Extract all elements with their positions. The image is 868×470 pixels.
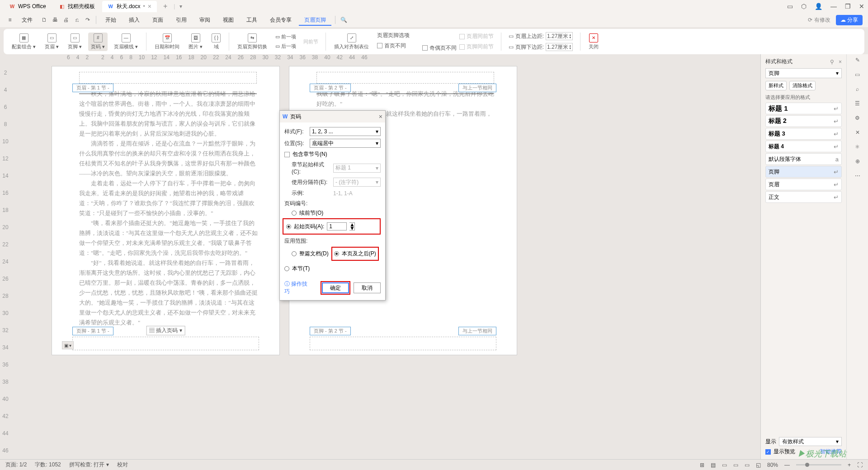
display-select[interactable]: 有效样式▾ bbox=[779, 437, 842, 446]
position-select[interactable]: 底端居中▾ bbox=[310, 139, 381, 148]
template-tab[interactable]: ◧ 找稻壳模板 bbox=[53, 1, 100, 12]
tab-page[interactable]: 页面 bbox=[147, 14, 169, 26]
style-select[interactable]: 1, 2, 3 ...▾ bbox=[310, 127, 381, 136]
hf-options-button[interactable]: 页眉页脚选项 bbox=[375, 31, 458, 40]
header-box[interactable] bbox=[79, 72, 257, 84]
tab-review[interactable]: 审阅 bbox=[194, 14, 216, 26]
range-section-radio[interactable]: 本节(T) bbox=[284, 265, 310, 273]
footer-margin-input[interactable]: 1.27厘米▲▼ bbox=[546, 43, 573, 51]
hamburger-icon[interactable]: ≡ bbox=[5, 15, 14, 24]
word-count[interactable]: 字数: 1052 bbox=[35, 461, 61, 469]
datetime-button[interactable]: 📅日期和时间 bbox=[152, 33, 182, 51]
tab-list-button[interactable]: ▾ bbox=[177, 3, 185, 9]
dialog-close-button[interactable]: × bbox=[379, 113, 382, 120]
tab-vip[interactable]: 会员专享 bbox=[264, 14, 297, 26]
style-item[interactable]: 标题 1↵ bbox=[765, 103, 842, 114]
range-whole-doc-radio[interactable]: 整篇文档(D) bbox=[292, 250, 329, 258]
settings-icon[interactable]: ⚙ bbox=[855, 115, 860, 121]
page-1[interactable]: 页眉 - 第 1 节 - 秋天，落叶满地，冷寂的秋雨肆意地宣泄着它的情绪，用悲凉… bbox=[52, 66, 280, 355]
search-icon[interactable]: 🔍 bbox=[339, 15, 348, 24]
document-tab[interactable]: W 秋天.docx • × bbox=[102, 1, 157, 12]
style-item[interactable]: 页眉↵ bbox=[765, 179, 842, 190]
picture-button[interactable]: 🖼图片 ▾ bbox=[186, 33, 205, 51]
file-menu[interactable]: 文件 bbox=[16, 14, 38, 26]
new-style-button[interactable]: 新样式 bbox=[765, 81, 787, 90]
align-tab-button[interactable]: ⤢插入对齐制表位 bbox=[331, 33, 372, 51]
view-icon-6[interactable]: ◱ bbox=[756, 462, 761, 468]
continue-radio[interactable]: 续前节(O) bbox=[292, 209, 381, 217]
dialog-titlebar[interactable]: W 页码 × bbox=[280, 111, 385, 122]
header-line-button[interactable]: —页眉横线 ▾ bbox=[111, 33, 141, 51]
style-item[interactable]: 标题 4↵ bbox=[765, 141, 842, 152]
footer-box[interactable] bbox=[310, 337, 496, 350]
current-style-select[interactable]: 页脚▾ bbox=[765, 68, 842, 78]
style-item[interactable]: 默认段落字体a bbox=[765, 153, 842, 165]
zoom-out-button[interactable]: — bbox=[784, 462, 790, 468]
zoom-icon[interactable]: ⌕ bbox=[856, 86, 859, 92]
close-panel-icon[interactable]: × bbox=[839, 59, 842, 65]
minimize-button[interactable]: — bbox=[830, 3, 837, 10]
new-window-button[interactable]: ▣ ▾ bbox=[62, 341, 74, 349]
proof-status[interactable]: 校对 bbox=[117, 461, 128, 469]
close-tab-icon[interactable]: × bbox=[148, 3, 151, 10]
print-icon[interactable]: 🖨 bbox=[61, 15, 71, 24]
maximize-button[interactable]: ❐ bbox=[845, 3, 851, 10]
cube-icon[interactable]: ⬡ bbox=[801, 3, 807, 10]
tab-insert[interactable]: 插入 bbox=[123, 14, 145, 26]
zoom-slider[interactable] bbox=[796, 464, 841, 465]
view-icon-2[interactable]: ▤ bbox=[711, 462, 716, 468]
prev-button[interactable]: ▭ 前一项 bbox=[274, 33, 298, 41]
style-item[interactable]: 标题 3↵ bbox=[765, 128, 842, 140]
multiwindow-icon[interactable]: ▭ bbox=[787, 3, 793, 10]
start-at-spinner[interactable]: ▲▼ bbox=[349, 222, 355, 230]
add-tab-button[interactable]: + bbox=[159, 2, 172, 10]
clear-format-button[interactable]: 清除格式 bbox=[789, 81, 816, 90]
view-icon-1[interactable]: ⊞ bbox=[700, 462, 704, 468]
close-window-button[interactable]: ✕ bbox=[859, 3, 864, 10]
start-at-radio[interactable]: 起始页码(A): 1 ▲▼ bbox=[286, 222, 377, 230]
edit-icon[interactable]: ✎ bbox=[855, 57, 860, 63]
changes-badge[interactable]: ⟳ 有修改 bbox=[808, 16, 830, 24]
view-icon-5[interactable]: ▭ bbox=[745, 462, 750, 468]
style-item[interactable]: 页脚↵ bbox=[765, 166, 842, 178]
field-button[interactable]: { }域 bbox=[209, 33, 223, 51]
tab-headerfooter[interactable]: 页眉页脚 bbox=[299, 14, 331, 26]
tab-tools[interactable]: 工具 bbox=[241, 14, 263, 26]
tab-start[interactable]: 开始 bbox=[100, 14, 122, 26]
odd-even-diff-check[interactable]: 奇偶页不同 bbox=[420, 44, 458, 52]
view-icon-3[interactable]: ▭ bbox=[722, 462, 727, 468]
tab-reference[interactable]: 引用 bbox=[170, 14, 192, 26]
share-button[interactable]: ☁ 分享 bbox=[836, 15, 863, 25]
select-icon[interactable]: ▭ bbox=[855, 71, 860, 78]
print-preview-icon[interactable]: 🖶 bbox=[51, 15, 60, 24]
footer-button[interactable]: ▭页脚 ▾ bbox=[65, 33, 85, 51]
close-hf-button[interactable]: ✕关闭 bbox=[586, 33, 601, 51]
cancel-button[interactable]: 取消 bbox=[354, 282, 381, 293]
layout-combo-button[interactable]: ▦配套组合 ▾ bbox=[9, 33, 38, 51]
tips-link[interactable]: ⓘ 操作技巧 bbox=[284, 280, 313, 296]
header-box[interactable] bbox=[316, 72, 494, 84]
more-icon[interactable]: ⚛ bbox=[855, 144, 860, 150]
next-button[interactable]: ▭ 后一项 bbox=[274, 42, 298, 50]
outline-icon[interactable]: ☰ bbox=[855, 100, 860, 107]
tools-icon[interactable]: ✕ bbox=[855, 129, 860, 136]
fullscreen-button[interactable]: ⛶ bbox=[857, 462, 863, 468]
save-icon[interactable]: 🗋 bbox=[40, 15, 49, 24]
range-from-page-radio[interactable]: 本页及之后(P) bbox=[334, 250, 376, 258]
style-item[interactable]: 正文↵ bbox=[765, 191, 842, 203]
smart-suggest-link[interactable]: 智能推荐 bbox=[820, 448, 842, 456]
header-margin-input[interactable]: 1.27厘米▲▼ bbox=[546, 32, 573, 40]
header-button[interactable]: ▭页眉 ▾ bbox=[42, 33, 61, 51]
start-at-input[interactable]: 1 bbox=[327, 222, 347, 230]
help-icon[interactable]: ⊕ bbox=[855, 158, 860, 164]
include-chapter-check[interactable]: 包含章节号(N) bbox=[284, 150, 381, 158]
ellipsis-icon[interactable]: ⋯ bbox=[855, 173, 860, 179]
app-tab[interactable]: W WPS Office bbox=[4, 1, 52, 11]
footer-box[interactable] bbox=[72, 337, 259, 350]
page-indicator[interactable]: 页面: 1/2 bbox=[5, 461, 27, 469]
view-icon-4[interactable]: ▭ bbox=[733, 462, 738, 468]
pin-icon[interactable]: ⚲ bbox=[830, 59, 834, 65]
style-item[interactable]: 标题 2↵ bbox=[765, 115, 842, 127]
tab-view[interactable]: 视图 bbox=[217, 14, 239, 26]
spellcheck-status[interactable]: 拼写检查: 打开 ▾ bbox=[69, 461, 109, 469]
